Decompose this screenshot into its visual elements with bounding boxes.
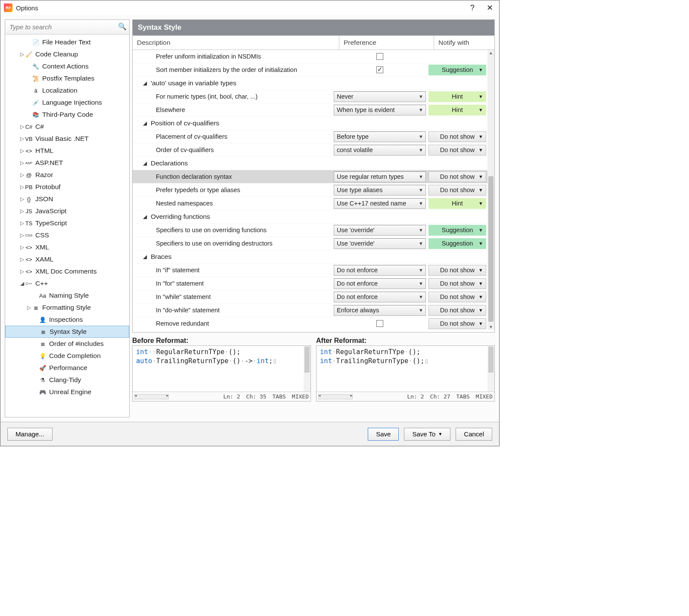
grid-item-row[interactable]: Prefer typedefs or type aliasesUse type … <box>133 184 487 197</box>
tree-item[interactable]: ◢C++C++ <box>5 277 129 289</box>
tree-item[interactable]: ▷🧹Code Cleanup <box>5 48 129 60</box>
save-button[interactable]: Save <box>368 428 399 441</box>
grid-group-row[interactable]: ◢Position of cv-qualifiers <box>133 117 487 130</box>
preference-combo[interactable]: Enforce always▼ <box>334 305 426 316</box>
tree-item[interactable]: ⚗Clang-Tidy <box>5 374 129 386</box>
notify-combo[interactable]: Do not show▼ <box>428 265 486 276</box>
expand-icon[interactable]: ▷ <box>19 232 25 238</box>
notify-combo[interactable]: Do not show▼ <box>428 318 486 329</box>
cancel-button[interactable]: Cancel <box>456 428 492 441</box>
expand-icon[interactable]: ▷ <box>19 256 25 262</box>
tree-item[interactable]: AaNaming Style <box>5 289 129 302</box>
expand-icon[interactable]: ▷ <box>19 51 25 57</box>
expand-icon[interactable]: ▷ <box>19 148 25 154</box>
close-button[interactable]: ✕ <box>481 0 498 15</box>
tree-item[interactable]: 📚Third-Party Code <box>5 109 129 121</box>
after-vscroll[interactable] <box>487 346 494 392</box>
notify-combo[interactable]: Do not show▼ <box>428 131 486 142</box>
tree-item[interactable]: ▷PBProtobuf <box>5 181 129 193</box>
tree-item[interactable]: ▷≣Formatting Style <box>5 302 129 314</box>
notify-combo[interactable]: Hint▼ <box>428 105 486 115</box>
preference-combo[interactable]: Never▼ <box>334 91 426 102</box>
tree-item[interactable]: 💡Code Completion <box>5 350 129 362</box>
tree-item[interactable]: ▷<>XML <box>5 241 129 253</box>
notify-combo[interactable]: Suggestion▼ <box>428 65 486 75</box>
tree-item[interactable]: 🔧Context Actions <box>5 60 129 72</box>
help-button[interactable]: ? <box>464 0 481 15</box>
tree-item[interactable]: ≣Order of #includes <box>5 338 129 350</box>
preference-combo[interactable]: Use 'override'▼ <box>334 238 426 249</box>
tree-item[interactable]: äLocalization <box>5 84 129 96</box>
preference-combo[interactable]: Use type aliases▼ <box>334 185 426 196</box>
expand-icon[interactable]: ▷ <box>19 244 25 250</box>
col-notify[interactable]: Notify with <box>434 36 494 50</box>
preference-combo[interactable]: Do not enforce▼ <box>334 292 426 302</box>
manage-button[interactable]: Manage... <box>7 428 53 441</box>
preference-checkbox[interactable] <box>376 53 383 60</box>
group-expander-icon[interactable]: ◢ <box>143 254 149 260</box>
tree-item[interactable]: ▷{}JSON <box>5 193 129 205</box>
notify-combo[interactable]: Hint▼ <box>428 91 486 102</box>
tree-item[interactable]: ▷<>XML Doc Comments <box>5 265 129 277</box>
notify-combo[interactable]: Do not show▼ <box>428 145 486 156</box>
preference-checkbox[interactable] <box>376 66 383 73</box>
options-tree[interactable]: 📄File Header Text▷🧹Code Cleanup🔧Context … <box>5 34 129 417</box>
grid-item-row[interactable]: Specifiers to use on overriding function… <box>133 224 487 237</box>
grid-item-row[interactable]: In "do-while" statementEnforce always▼Do… <box>133 304 487 317</box>
search-input[interactable] <box>5 20 129 34</box>
tree-item[interactable]: ▷ASPASP.NET <box>5 157 129 169</box>
notify-combo[interactable]: Do not show▼ <box>428 185 486 196</box>
tree-item[interactable]: 👤Inspections <box>5 314 129 326</box>
scroll-down-icon[interactable]: ▼ <box>487 324 494 330</box>
preference-combo[interactable]: Do not enforce▼ <box>334 265 426 276</box>
notify-combo[interactable]: Hint▼ <box>428 198 486 209</box>
tree-item[interactable]: 📄File Header Text <box>5 36 129 48</box>
notify-combo[interactable]: Suggestion▼ <box>428 225 486 236</box>
tree-item[interactable]: 💉Language Injections <box>5 96 129 109</box>
before-hscroll[interactable] <box>134 394 169 399</box>
grid-item-row[interactable]: For numeric types (int, bool, char, ...)… <box>133 90 487 103</box>
grid-group-row[interactable]: ◢Braces <box>133 250 487 264</box>
grid-group-row[interactable]: ◢Declarations <box>133 157 487 170</box>
scroll-up-icon[interactable]: ▲ <box>487 50 494 56</box>
before-vscroll[interactable] <box>304 346 310 392</box>
grid-item-row[interactable]: Remove redundantDo not show▼ <box>133 317 487 330</box>
col-description[interactable]: Description <box>133 36 339 50</box>
grid-item-row[interactable]: Placement of cv-qualifiersBefore type▼Do… <box>133 130 487 143</box>
grid-item-row[interactable]: Nested namespacesUse C++17 nested name▼H… <box>133 197 487 210</box>
notify-combo[interactable]: Do not show▼ <box>428 171 486 182</box>
preference-combo[interactable]: Use regular return types▼ <box>334 171 426 182</box>
expand-icon[interactable]: ▷ <box>19 184 25 190</box>
preference-combo[interactable]: Use 'override'▼ <box>334 225 426 236</box>
tree-item[interactable]: ▷TSTypeScript <box>5 217 129 229</box>
search-icon[interactable]: 🔍 <box>118 22 127 31</box>
grid-item-row[interactable]: Sort member initializers by the order of… <box>133 63 487 77</box>
tree-item[interactable]: ▷@Razor <box>5 169 129 181</box>
tree-item[interactable]: ▷<>XAML <box>5 253 129 265</box>
tree-item[interactable]: ▷C#C# <box>5 121 129 133</box>
notify-combo[interactable]: Do not show▼ <box>428 292 486 302</box>
preference-combo[interactable]: const volatile▼ <box>334 145 426 156</box>
expand-icon[interactable]: ▷ <box>19 160 25 166</box>
group-expander-icon[interactable]: ◢ <box>143 120 149 126</box>
expand-icon[interactable]: ▷ <box>19 136 25 142</box>
expand-icon[interactable]: ▷ <box>19 208 25 214</box>
notify-combo[interactable]: Suggestion▼ <box>428 238 486 249</box>
save-to-button[interactable]: Save To▼ <box>404 428 450 441</box>
after-hscroll[interactable] <box>318 394 353 399</box>
expand-icon[interactable]: ▷ <box>19 220 25 226</box>
group-expander-icon[interactable]: ◢ <box>143 214 149 220</box>
scroll-thumb[interactable] <box>488 176 493 322</box>
grid-item-row[interactable]: In "while" statementDo not enforce▼Do no… <box>133 290 487 304</box>
preference-checkbox[interactable] <box>376 320 383 327</box>
tree-item[interactable]: ▷VBVisual Basic .NET <box>5 133 129 145</box>
col-preference[interactable]: Preference <box>339 36 434 50</box>
expand-icon[interactable]: ◢ <box>19 280 25 286</box>
grid-item-row[interactable]: Prefer uniform initialization in NSDMIs <box>133 50 487 63</box>
grid-group-row[interactable]: ◢'auto' usage in variable types <box>133 77 487 90</box>
tree-item[interactable]: ▷CSSCSS <box>5 229 129 241</box>
group-expander-icon[interactable]: ◢ <box>143 160 149 166</box>
preference-combo[interactable]: When type is evident▼ <box>334 105 426 115</box>
preference-combo[interactable]: Use C++17 nested name▼ <box>334 198 426 209</box>
grid-group-row[interactable]: ◢Overriding functions <box>133 210 487 224</box>
